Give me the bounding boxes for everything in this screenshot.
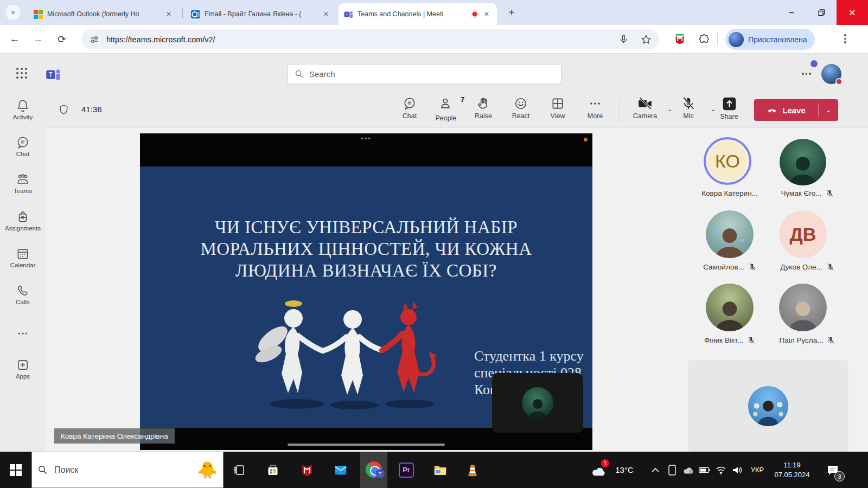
tab-outlook-home[interactable]: Microsoft Outlook (formerly Ho ✕	[28, 3, 179, 25]
mic-off-icon	[826, 189, 834, 197]
forward-button[interactable]: →	[30, 31, 46, 47]
taskbar-clock[interactable]: 11:19 07.05.2024	[770, 452, 814, 488]
presentation-more-options-icon[interactable]: •••	[140, 134, 592, 143]
view-button[interactable]: View	[540, 97, 575, 120]
vlc-button[interactable]	[460, 452, 485, 488]
back-button[interactable]: ←	[7, 31, 23, 47]
presenter-camera-avatar	[522, 387, 553, 419]
tab-close-icon[interactable]: ✕	[164, 9, 174, 19]
sidebar-item-assignments[interactable]: Assignments	[0, 210, 46, 232]
tab-teams-meeting[interactable]: T Teams and Channels | Meeti ✕	[339, 3, 497, 25]
react-label: React	[512, 112, 530, 120]
sidebar-label: Teams	[14, 188, 32, 194]
tab-close-icon[interactable]: ✕	[482, 9, 492, 19]
battery-tray-icon[interactable]	[697, 452, 713, 488]
extensions-puzzle-icon[interactable]	[699, 34, 710, 45]
store-icon	[266, 464, 279, 477]
window-restore-button[interactable]	[809, 0, 833, 25]
tab-email[interactable]: Email - Врайт Галина Яківна - ( ✕	[186, 3, 336, 25]
reload-button[interactable]: ⟳	[54, 31, 70, 47]
start-button[interactable]	[4, 452, 27, 488]
profile-chip-label: Приостановлена	[748, 35, 807, 44]
bookmark-star-icon[interactable]	[641, 34, 652, 45]
url-input[interactable]	[106, 35, 618, 44]
taskbar-search-box[interactable]: 🐥	[31, 452, 224, 488]
browser-tab-strip: ˅ Microsoft Outlook (formerly Ho ✕ Email…	[0, 0, 868, 25]
teams-app-logo[interactable]: T	[46, 66, 62, 82]
browser-menu-kebab-icon[interactable]	[844, 34, 846, 43]
task-view-button[interactable]	[227, 452, 252, 488]
battery-icon	[699, 467, 711, 473]
teams-search-box[interactable]	[288, 64, 561, 84]
sidebar-item-teams[interactable]: Teams	[0, 172, 46, 194]
react-button[interactable]: React	[503, 97, 538, 120]
temperature-readout[interactable]: 13°C	[611, 452, 638, 488]
tab-close-icon[interactable]: ✕	[321, 9, 331, 19]
mcafee-extension-icon[interactable]	[674, 33, 686, 45]
omnibox[interactable]	[81, 29, 659, 49]
sidebar-item-chat[interactable]: Chat	[0, 136, 46, 157]
sidebar-item-activity[interactable]: Activity	[0, 99, 46, 120]
onedrive-tray-icon[interactable]	[680, 452, 697, 488]
participant-name-row: Паіл Русла...	[769, 336, 845, 344]
window-minimize-button[interactable]	[780, 0, 803, 25]
teams-search-input[interactable]	[309, 69, 554, 79]
camera-label: Camera	[633, 112, 657, 120]
mail-button[interactable]	[328, 452, 353, 488]
presentation-scrollbar[interactable]	[288, 444, 445, 446]
participant-video-tile[interactable]	[688, 360, 848, 452]
camera-off-icon	[637, 97, 653, 111]
file-explorer-button[interactable]	[427, 452, 452, 488]
participant-tile[interactable]	[779, 284, 827, 331]
leave-button[interactable]: Leave ⌄	[754, 99, 838, 121]
taskbar-search-input[interactable]	[54, 465, 191, 475]
sidebar-label: Activity	[13, 114, 33, 120]
mcafee-button[interactable]	[295, 452, 320, 488]
participant-tile[interactable]: ДВ	[779, 210, 827, 258]
window-close-button[interactable]: ✕	[837, 0, 868, 25]
microsoft-store-button[interactable]	[260, 452, 285, 488]
teams-header-more-icon[interactable]	[802, 73, 811, 75]
participant-tile[interactable]: КО	[704, 137, 751, 185]
profile-chip[interactable]: Приостановлена	[725, 29, 815, 50]
action-center-button[interactable]: 3	[820, 452, 845, 488]
sidebar-item-calendar[interactable]: Calendar	[0, 247, 46, 268]
chrome-taskbar-button[interactable]: T	[360, 452, 387, 488]
weather-tray-icon[interactable]: 1	[585, 452, 612, 488]
chat-button[interactable]: Chat	[392, 97, 427, 120]
sidebar-item-apps[interactable]: Apps	[0, 358, 46, 380]
volume-tray-icon[interactable]	[729, 452, 745, 488]
speaker-icon	[732, 466, 743, 474]
backpack-icon	[16, 210, 30, 224]
your-phone-tray-icon[interactable]	[664, 452, 680, 488]
participant-tile[interactable]	[780, 139, 826, 185]
voice-search-icon[interactable]	[618, 34, 629, 44]
participant-tile[interactable]	[706, 284, 754, 331]
leave-label: Leave	[782, 106, 806, 115]
people-button[interactable]: 7 People	[429, 97, 463, 122]
participant-name-row: Чумак Єго...	[769, 189, 845, 197]
windows-logo-icon	[10, 464, 22, 476]
app-launcher-waffle-icon[interactable]	[16, 68, 27, 79]
sidebar-item-calls[interactable]: Calls	[0, 284, 46, 305]
tray-expand-chevron[interactable]	[647, 452, 664, 488]
presenter-video-overlay[interactable]	[492, 373, 583, 433]
new-tab-button[interactable]: +	[503, 0, 520, 25]
premiere-button[interactable]: Pr	[394, 452, 419, 488]
tab-search-button[interactable]: ˅	[5, 5, 21, 20]
mic-button[interactable]: Mic	[669, 97, 707, 120]
svg-text:T: T	[49, 71, 53, 79]
participant-tile[interactable]	[706, 210, 754, 258]
leave-options-chevron-icon[interactable]: ⌄	[819, 106, 838, 114]
search-highlight-duck-image[interactable]: 🐥	[197, 462, 218, 478]
site-info-icon[interactable]	[89, 34, 100, 45]
wifi-tray-icon[interactable]	[713, 452, 729, 488]
more-button[interactable]: More	[578, 97, 612, 120]
share-button[interactable]: Share	[712, 97, 746, 120]
raise-hand-button[interactable]: Raise	[466, 97, 501, 120]
sidebar-more-button[interactable]	[0, 326, 46, 341]
language-indicator[interactable]: УКР	[745, 452, 769, 488]
participants-panel: КО Ковра Катерин... Чумак Єго... Самойло…	[688, 128, 868, 452]
more-ellipsis-icon	[16, 326, 30, 341]
camera-button[interactable]: Camera	[626, 97, 664, 120]
